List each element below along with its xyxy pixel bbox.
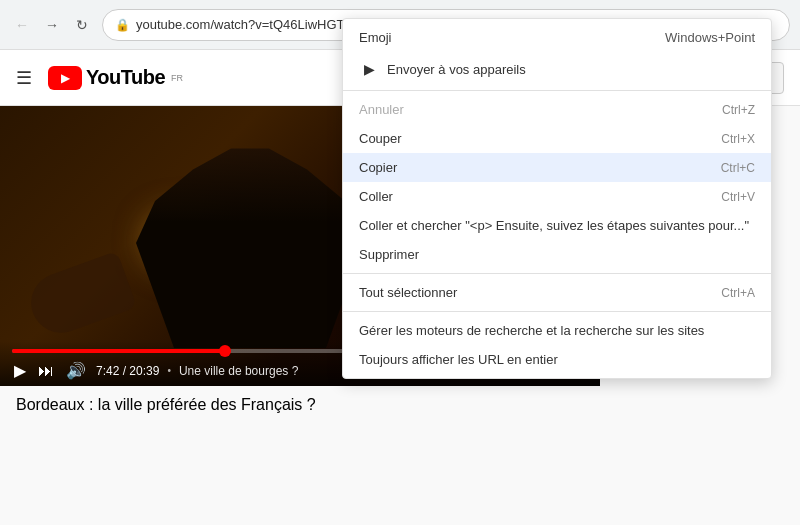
- select-all-label: Tout sélectionner: [359, 285, 721, 300]
- menu-divider-3: [343, 311, 771, 312]
- menu-cut[interactable]: Couper Ctrl+X: [343, 124, 771, 153]
- copy-label: Copier: [359, 160, 721, 175]
- forward-button[interactable]: →: [40, 13, 64, 37]
- lock-icon: 🔒: [115, 18, 130, 32]
- emoji-shortcut: Windows+Point: [665, 30, 755, 45]
- copy-shortcut: Ctrl+C: [721, 161, 755, 175]
- send-devices-icon: ▶: [359, 59, 379, 79]
- menu-paste[interactable]: Coller Ctrl+V: [343, 182, 771, 211]
- youtube-logo[interactable]: YouTube FR: [48, 66, 183, 90]
- menu-cancel: Annuler Ctrl+Z: [343, 95, 771, 124]
- nav-buttons: ← → ↻: [10, 13, 94, 37]
- emoji-label: Emoji: [359, 30, 392, 45]
- menu-divider-2: [343, 273, 771, 274]
- reload-button[interactable]: ↻: [70, 13, 94, 37]
- cancel-label: Annuler: [359, 102, 722, 117]
- progress-dot: [219, 345, 231, 357]
- hand-left: [23, 251, 137, 342]
- menu-select-all[interactable]: Tout sélectionner Ctrl+A: [343, 278, 771, 307]
- menu-show-url[interactable]: Toujours afficher les URL en entier: [343, 345, 771, 374]
- paste-label: Coller: [359, 189, 721, 204]
- progress-fill: [12, 349, 225, 353]
- cancel-shortcut: Ctrl+Z: [722, 103, 755, 117]
- skip-button[interactable]: ⏭: [36, 362, 56, 380]
- menu-copy[interactable]: Copier Ctrl+C: [343, 153, 771, 182]
- youtube-brand-text: YouTube: [86, 66, 165, 89]
- volume-button[interactable]: 🔊: [64, 361, 88, 380]
- context-menu: Emoji Windows+Point ▶ Envoyer à vos appa…: [342, 18, 772, 379]
- youtube-icon: [48, 66, 82, 90]
- back-button[interactable]: ←: [10, 13, 34, 37]
- paste-search-label: Coller et chercher "<p> Ensuite, suivez …: [359, 218, 755, 233]
- menu-emoji-row: Emoji Windows+Point: [343, 23, 771, 52]
- delete-label: Supprimer: [359, 247, 755, 262]
- hamburger-menu-button[interactable]: ☰: [16, 67, 32, 89]
- country-code: FR: [171, 73, 183, 83]
- time-display: 7:42 / 20:39: [96, 364, 159, 378]
- show-url-label: Toujours afficher les URL en entier: [359, 352, 755, 367]
- paste-shortcut: Ctrl+V: [721, 190, 755, 204]
- cut-label: Couper: [359, 131, 721, 146]
- menu-delete[interactable]: Supprimer: [343, 240, 771, 269]
- video-title: Bordeaux : la ville préférée des Françai…: [16, 396, 584, 414]
- menu-divider-1: [343, 90, 771, 91]
- play-button[interactable]: ▶: [12, 361, 28, 380]
- video-info: Bordeaux : la ville préférée des Françai…: [0, 386, 600, 424]
- separator: •: [167, 365, 171, 376]
- menu-paste-search[interactable]: Coller et chercher "<p> Ensuite, suivez …: [343, 211, 771, 240]
- select-all-shortcut: Ctrl+A: [721, 286, 755, 300]
- manage-search-label: Gérer les moteurs de recherche et la rec…: [359, 323, 755, 338]
- cut-shortcut: Ctrl+X: [721, 132, 755, 146]
- menu-send-devices[interactable]: ▶ Envoyer à vos appareils: [343, 52, 771, 86]
- menu-manage-search[interactable]: Gérer les moteurs de recherche et la rec…: [343, 316, 771, 345]
- send-devices-label: Envoyer à vos appareils: [387, 62, 755, 77]
